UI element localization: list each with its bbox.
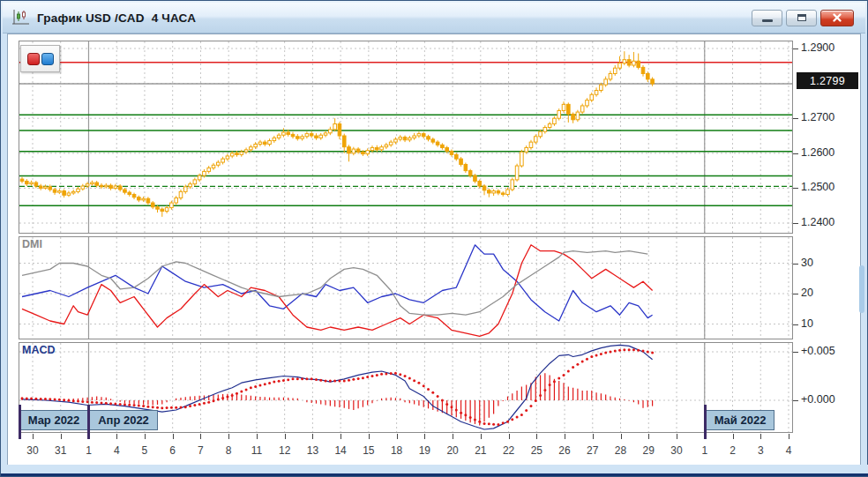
- candlestick-series: [20, 51, 654, 217]
- close-icon: [832, 12, 842, 23]
- month-tab-april[interactable]: Апр 2022: [89, 410, 158, 430]
- current-price-badge: 1.2799: [797, 72, 858, 89]
- title-bar[interactable]: График USD /CAD 4 ЧАСА: [3, 3, 865, 34]
- price-panel[interactable]: [19, 41, 793, 234]
- minimize-icon: [762, 19, 773, 22]
- window-title: График USD /CAD 4 ЧАСА: [37, 11, 196, 25]
- dmi-panel-label: DMI: [22, 238, 42, 250]
- month-boundary-tick: [87, 405, 90, 439]
- month-boundary-tick: [704, 405, 707, 439]
- app-window: График USD /CAD 4 ЧАСА 1.29001.27001.260…: [0, 0, 868, 477]
- indicator-legend: [20, 45, 60, 72]
- close-button[interactable]: [820, 10, 854, 26]
- month-tab-march[interactable]: Мар 2022: [19, 410, 88, 430]
- minimize-button[interactable]: [752, 10, 782, 26]
- blue-indicator-toggle[interactable]: [41, 53, 54, 65]
- month-tab-may[interactable]: Май 2022: [706, 410, 774, 430]
- chart-layer: 1.29001.27001.26001.25001.2400302010+0.0…: [1, 1, 868, 477]
- maximize-icon: [797, 14, 806, 21]
- maximize-button[interactable]: [786, 10, 817, 26]
- adx-gray-line: [22, 251, 647, 316]
- month-boundary-tick: [19, 405, 21, 439]
- dmi-panel[interactable]: [19, 236, 793, 339]
- chart-app-icon: [11, 9, 31, 26]
- window-bottom-border: [1, 465, 868, 473]
- window-border-glass: [859, 265, 864, 313]
- macd-panel-label: MACD: [22, 344, 56, 356]
- window-bottom-edge: [1, 473, 868, 476]
- red-indicator-toggle[interactable]: [27, 53, 40, 65]
